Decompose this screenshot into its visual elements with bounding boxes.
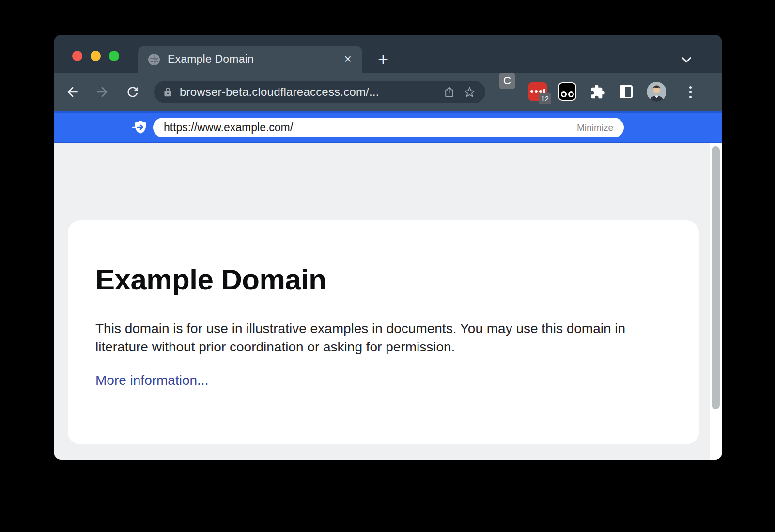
page-viewport: Example Domain This domain is for use in… — [54, 143, 722, 460]
browser-window: Example Domain × + browser-beta.cloudfla… — [54, 35, 722, 460]
address-bar[interactable]: browser-beta.cloudflareaccess.com/... — [154, 81, 485, 103]
isolation-url-input[interactable] — [164, 121, 577, 134]
scrollbar-thumb[interactable] — [712, 146, 720, 409]
dot — [689, 96, 692, 98]
tab-example-domain[interactable]: Example Domain × — [138, 46, 362, 73]
minimize-button[interactable]: Minimize — [577, 122, 613, 133]
tab-close-icon[interactable]: × — [343, 53, 353, 66]
back-button[interactable] — [64, 84, 81, 100]
new-tab-button[interactable]: + — [371, 46, 396, 72]
close-window-button[interactable] — [72, 51, 82, 61]
circle — [561, 91, 567, 97]
window-controls — [72, 51, 119, 61]
dot — [689, 91, 692, 93]
share-icon[interactable] — [443, 86, 456, 99]
isolation-bar: Minimize — [54, 111, 722, 143]
extension-c-icon[interactable]: C — [499, 73, 515, 89]
more-information-link[interactable]: More information... — [95, 373, 208, 388]
minimize-window-button[interactable] — [91, 51, 101, 61]
dot — [530, 90, 533, 93]
tab-strip: Example Domain × + — [54, 35, 722, 73]
dot — [689, 86, 692, 89]
password-manager-extension-icon[interactable]: 12 — [528, 82, 547, 101]
forward-button[interactable] — [94, 84, 110, 100]
bookmark-star-icon[interactable] — [463, 85, 477, 99]
globe-favicon-icon — [148, 53, 160, 66]
lock-icon — [163, 87, 173, 97]
tab-title: Example Domain — [168, 53, 343, 66]
isolation-url-bar[interactable]: Minimize — [153, 118, 624, 137]
page-heading: Example Domain — [95, 263, 326, 296]
profile-avatar[interactable] — [647, 82, 666, 102]
address-text: browser-beta.cloudflareaccess.com/... — [180, 85, 436, 99]
content-card: Example Domain This domain is for use in… — [68, 220, 699, 444]
reload-button[interactable] — [124, 84, 141, 100]
chrome-menu-icon[interactable] — [682, 84, 698, 100]
isolation-shield-icon — [131, 119, 149, 137]
scrollbar-track[interactable] — [710, 143, 722, 460]
fullscreen-window-button[interactable] — [109, 51, 119, 61]
circle — [568, 91, 574, 97]
page-paragraph: This domain is for use in illustrative e… — [95, 319, 660, 356]
tab-search-chevron-icon[interactable] — [678, 51, 695, 68]
extensions-puzzle-icon[interactable] — [589, 84, 606, 100]
dot — [535, 90, 538, 93]
dark-extension-icon[interactable] — [558, 82, 576, 101]
extension-badge-count: 12 — [539, 93, 551, 104]
side-panel-icon[interactable] — [620, 85, 633, 98]
desktop: { "colors": { "frame": "#2A3642", "toolb… — [0, 0, 775, 532]
toolbar: browser-beta.cloudflareaccess.com/... C … — [54, 73, 722, 111]
